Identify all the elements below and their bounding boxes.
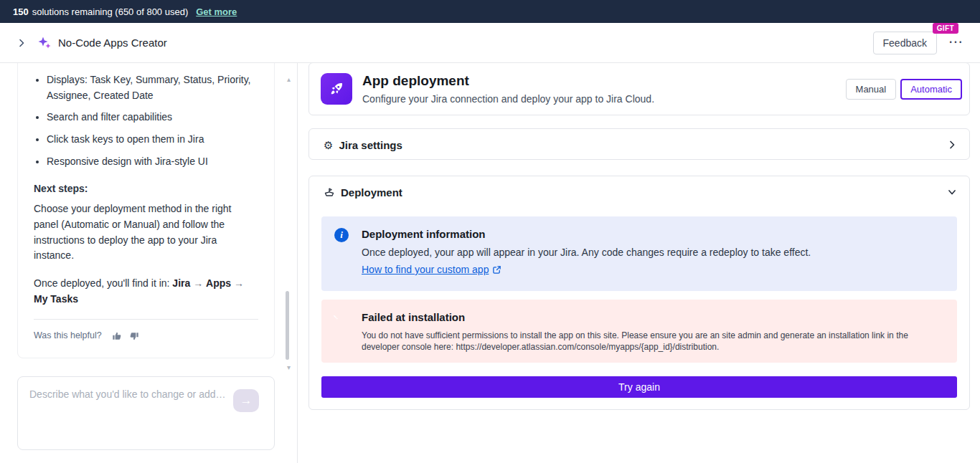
deployment-mode-toggle: Manual Automatic (846, 79, 962, 100)
list-item: Responsive design with Jira-style UI (47, 154, 258, 170)
more-options-button[interactable]: ⋯ (948, 33, 969, 53)
next-steps-heading: Next steps: (34, 181, 258, 197)
scroll-down-icon[interactable]: ▾ (287, 364, 291, 371)
info-banner-title: Deployment information (362, 228, 946, 240)
breadcrumb-jira: Jira (172, 277, 190, 289)
feedback-button[interactable]: Feedback GIFT (873, 32, 937, 54)
list-item: Search and filter capabilities (47, 110, 258, 125)
chat-sidebar: Displays: Task Key, Summary, Status, Pri… (0, 63, 298, 463)
breadcrumb-apps: Apps (206, 277, 231, 289)
solutions-banner: 150 solutions remaining (650 of 800 used… (0, 0, 980, 23)
jira-settings-header[interactable]: ⚙ Jira settings (309, 129, 969, 161)
chevron-right-icon (16, 37, 27, 49)
error-banner-body: You do not have sufficient permissions t… (362, 330, 918, 353)
sparkle-icon (37, 36, 52, 50)
jira-settings-card: ⚙ Jira settings (308, 128, 970, 160)
rocket-icon (321, 73, 352, 105)
external-link-icon (492, 265, 501, 275)
deployed-location-paragraph: Once deployed, you'll find it in: Jira →… (34, 276, 258, 307)
arrow-separator: → (193, 277, 203, 289)
send-button[interactable]: → (233, 389, 259, 412)
thumbs-up-button[interactable] (112, 331, 122, 341)
send-arrow-icon: → (240, 393, 253, 408)
info-icon: i (334, 228, 349, 242)
deployment-label: Deployment (341, 186, 402, 199)
chat-composer: → (17, 376, 275, 450)
info-banner: i Deployment information Once deployed, … (321, 216, 957, 291)
arrow-separator: → (234, 277, 244, 289)
error-glyph: ! (331, 312, 340, 321)
thumbs-down-button[interactable] (129, 331, 139, 341)
jira-settings-label: Jira settings (339, 139, 402, 151)
app-deployment-header-card: App deployment Configure your Jira conne… (308, 63, 970, 115)
scroll-up-icon[interactable]: ▴ (287, 76, 291, 83)
feature-list: Displays: Task Key, Summary, Status, Pri… (34, 72, 258, 169)
chat-input[interactable] (28, 388, 232, 401)
chevron-down-icon[interactable] (946, 186, 958, 198)
scrollbar-thumb[interactable] (286, 291, 289, 360)
next-steps-paragraph: Choose your deployment method in the rig… (34, 201, 258, 264)
panel-subtitle: Configure your Jira connection and deplo… (362, 93, 654, 105)
error-icon: ! (334, 311, 337, 324)
manual-mode-button[interactable]: Manual (846, 79, 897, 100)
get-more-link[interactable]: Get more (196, 6, 237, 17)
feedback-row: Was this helpful? (34, 319, 258, 343)
list-item: Click task keys to open them in Jira (47, 132, 258, 148)
deploy-ship-icon (324, 186, 335, 198)
info-glyph: i (340, 229, 343, 241)
page-title: No-Code Apps Creator (58, 37, 167, 49)
deployed-prefix: Once deployed, you'll find it in: (34, 277, 172, 289)
deployment-card: Deployment i Deployment information Once… (308, 176, 970, 410)
deployment-header[interactable]: Deployment (309, 176, 969, 208)
solutions-message: solutions remaining (650 of 800 used) (32, 6, 189, 17)
chevron-right-icon[interactable] (946, 139, 958, 151)
try-again-button[interactable]: Try again (321, 376, 957, 398)
breadcrumb-my-tasks: My Tasks (34, 293, 78, 305)
feedback-label: Feedback (883, 37, 927, 49)
automatic-mode-button[interactable]: Automatic (900, 79, 962, 100)
error-banner-title: Failed at installation (362, 311, 946, 323)
gear-icon: ⚙ (324, 140, 333, 151)
helpful-label: Was this helpful? (34, 329, 102, 343)
solutions-count: 150 (13, 6, 29, 17)
custom-app-help-link[interactable]: How to find your custom app (362, 264, 489, 275)
collapse-panel-button[interactable] (11, 33, 32, 53)
gift-badge: GIFT (933, 23, 958, 34)
deployment-panel: App deployment Configure your Jira conne… (298, 63, 980, 463)
info-banner-body: Once deployed, your app will appear in y… (362, 247, 946, 258)
panel-title: App deployment (362, 73, 654, 89)
assistant-message-card: Displays: Task Key, Summary, Status, Pri… (17, 63, 275, 358)
list-item: Displays: Task Key, Summary, Status, Pri… (47, 72, 258, 103)
error-banner: ! Failed at installation You do not have… (321, 300, 957, 363)
app-header: No-Code Apps Creator Feedback GIFT ⋯ (0, 23, 980, 63)
